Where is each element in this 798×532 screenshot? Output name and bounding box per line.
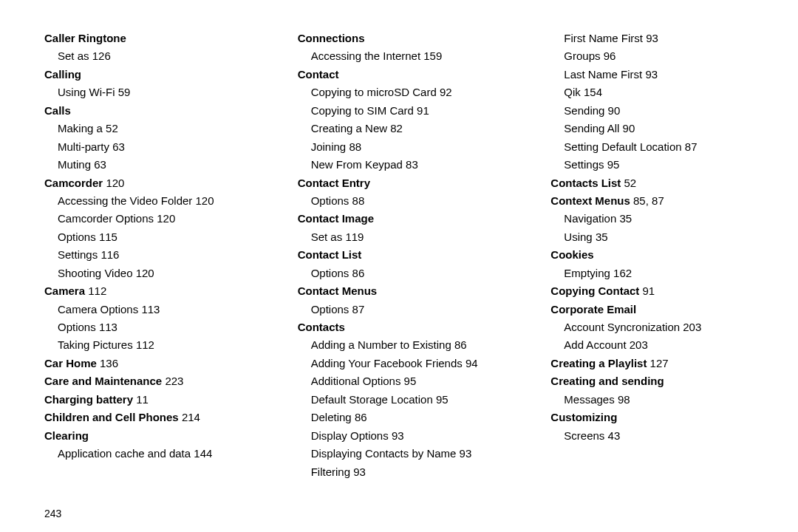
index-column-2: ConnectionsAccessing the Internet 159Con… [298, 30, 508, 481]
index-subentry: Camera Options [58, 303, 138, 316]
index-page-ref: 93 [645, 68, 658, 81]
index-entry: Groups 96 [550, 47, 761, 65]
index-page-ref: 35 [596, 231, 608, 243]
index-entry: Camcorder Options 120 [44, 210, 255, 228]
index-subentry: Emptying [564, 267, 610, 279]
index-entry: Contact Entry [298, 174, 508, 192]
index-subentry: Setting Default Location [564, 140, 681, 153]
index-entry: Creating a New 82 [298, 120, 508, 137]
index-entry: Taking Pictures 112 [44, 336, 255, 354]
index-heading: Children and Cell Phones [44, 411, 179, 423]
index-page-ref: 94 [466, 357, 478, 369]
index-page-ref: 203 [683, 321, 701, 333]
index-heading: Caller Ringtone [44, 32, 126, 44]
index-entry: Copying Contact 91 [550, 282, 761, 300]
index-page-ref: 91 [643, 284, 655, 297]
index-entry: Last Name First 93 [550, 66, 761, 83]
index-entry: Children and Cell Phones 214 [44, 409, 255, 426]
index-entry: First Name First 93 [550, 30, 761, 47]
index-page-ref: 93 [460, 447, 472, 460]
index-heading: Clearing [44, 429, 89, 442]
index-entry: Settings 116 [44, 246, 255, 264]
index-subentry: Joining [311, 140, 347, 153]
index-entry: Creating and sending [550, 372, 761, 390]
index-entry: Copying to microSD Card 92 [298, 83, 508, 101]
index-page-ref: 113 [99, 321, 117, 333]
index-entry: New From Keypad 83 [298, 156, 508, 174]
index-subentry: Add Account [564, 338, 626, 351]
index-page-ref: 35 [619, 212, 632, 225]
index-page-ref: 144 [194, 447, 212, 460]
index-heading: Calls [44, 104, 71, 117]
index-page-ref: 52 [106, 122, 118, 134]
index-entry: Contact [298, 66, 508, 83]
index-page-ref: 120 [157, 212, 175, 225]
index-subentry: Options [58, 231, 96, 243]
index-entry: Camera 112 [44, 282, 255, 300]
index-heading: Charging battery [44, 393, 133, 406]
index-page-ref: 120 [106, 177, 124, 189]
index-entry: Muting 63 [44, 156, 255, 174]
index-page-ref: 11 [136, 393, 149, 406]
index-subentry: Display Options [311, 429, 389, 442]
index-page-ref: 87 [685, 140, 698, 153]
index-heading: Camcorder [44, 177, 103, 189]
index-page-ref: 120 [136, 267, 154, 279]
index-subentry: Set as [311, 231, 343, 243]
index-page-ref: 136 [100, 357, 118, 369]
index-page-ref: 112 [88, 284, 106, 297]
index-subentry: First Name First [564, 32, 643, 44]
index-page-ref: 63 [94, 158, 106, 171]
index-page-ref: 127 [650, 357, 669, 369]
index-entry: Customizing [550, 409, 761, 426]
index-entry: Screens 43 [550, 427, 761, 445]
index-entry: Displaying Contacts by Name 93 [298, 445, 508, 463]
index-entry: Multi-party 63 [44, 138, 255, 156]
index-entry: Messages 98 [550, 391, 761, 409]
index-entry: Care and Maintenance 223 [44, 372, 255, 390]
index-page-ref: 93 [353, 466, 366, 478]
index-subentry: Options [311, 303, 349, 316]
index-page-ref: 203 [630, 338, 648, 351]
index-page-ref: 119 [345, 231, 364, 243]
index-entry: Accessing the Video Folder 120 [44, 192, 255, 210]
index-page-ref: 112 [136, 338, 154, 351]
index-entry: Accessing the Internet 159 [298, 47, 508, 65]
page-number: 243 [44, 508, 761, 519]
index-page-ref: 95 [404, 375, 417, 387]
index-entry: Contacts List 52 [550, 174, 761, 192]
index-heading: Contacts [298, 321, 345, 333]
index-entry: Caller Ringtone [44, 30, 255, 47]
index-entry: Add Account 203 [550, 336, 761, 354]
index-page-ref: 43 [608, 429, 621, 442]
index-subentry: Application cache and data [58, 447, 191, 460]
index-page-ref: 98 [618, 393, 630, 406]
index-subentry: Options [311, 267, 349, 279]
index-entry: Adding Your Facebook Friends 94 [298, 355, 508, 372]
index-entry: Additional Options 95 [298, 372, 508, 390]
index-columns: Caller RingtoneSet as 126CallingUsing Wi… [44, 30, 761, 481]
index-page-ref: 91 [417, 104, 429, 117]
index-page-ref: 162 [613, 267, 632, 279]
index-subentry: Shooting Video [58, 267, 132, 279]
index-subentry: Default Storage Location [311, 393, 433, 406]
index-entry: Default Storage Location 95 [298, 391, 508, 409]
index-subentry: Multi-party [58, 140, 109, 153]
index-subentry: Copying to SIM Card [311, 104, 414, 117]
index-page-ref: 115 [99, 231, 117, 243]
index-subentry: Displaying Contacts by Name [311, 447, 457, 460]
index-entry: Using 35 [550, 228, 761, 246]
index-subentry: Making a [58, 122, 103, 134]
index-page-ref: 63 [112, 140, 125, 153]
index-entry: Sending All 90 [550, 120, 761, 137]
index-entry: Options 87 [298, 301, 508, 318]
index-page-ref: 85, 87 [633, 194, 664, 207]
index-subentry: Additional Options [311, 375, 401, 387]
index-page-ref: 87 [352, 303, 365, 316]
index-page-ref: 93 [646, 32, 658, 44]
index-entry: Emptying 162 [550, 265, 761, 282]
index-page-ref: 88 [352, 194, 365, 207]
index-page-ref: 86 [454, 338, 467, 351]
index-heading: Creating and sending [550, 375, 664, 387]
index-subentry: Set as [58, 50, 89, 62]
